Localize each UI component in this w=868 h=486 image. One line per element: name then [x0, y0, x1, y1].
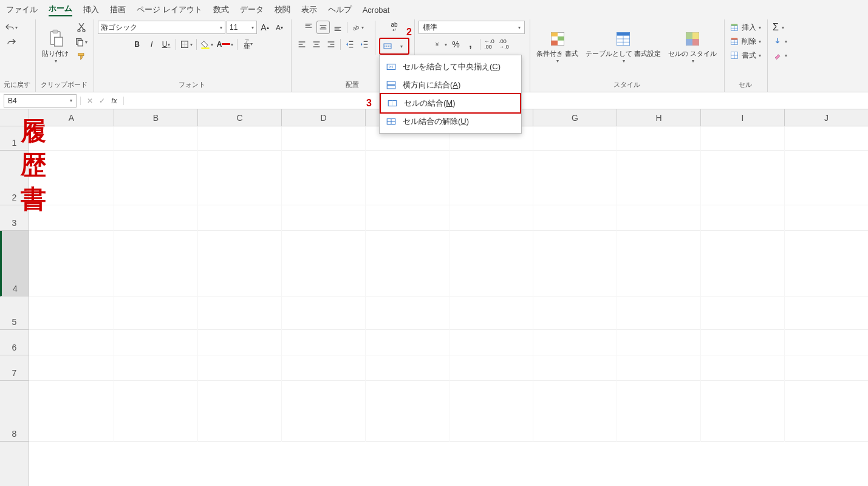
cell-F5[interactable]	[449, 296, 533, 330]
merge-across-item[interactable]: 横方向に結合(A)	[380, 76, 521, 94]
name-box[interactable]: B4▾	[4, 94, 77, 108]
underline-button[interactable]: U▾	[160, 38, 173, 51]
bold-button[interactable]: B	[131, 38, 144, 51]
row-header-5[interactable]: 5	[0, 296, 29, 330]
merge-cells-button[interactable]	[381, 39, 394, 53]
menu-insert[interactable]: 挿入	[83, 4, 99, 15]
fill-color-button[interactable]: ▾	[199, 38, 214, 51]
cell-F4[interactable]	[449, 231, 533, 296]
cell-G5[interactable]	[533, 296, 617, 330]
cell-A7[interactable]	[29, 355, 114, 381]
align-top-button[interactable]	[302, 21, 315, 34]
menu-draw[interactable]: 描画	[110, 4, 126, 15]
cell-E7[interactable]	[366, 355, 449, 381]
cell-D3[interactable]	[282, 205, 366, 231]
cell-F7[interactable]	[449, 355, 533, 381]
decrease-indent-button[interactable]	[343, 38, 357, 51]
column-header-H[interactable]: H	[617, 109, 701, 126]
undo-button[interactable]: ▾	[4, 21, 19, 34]
cell-J8[interactable]	[785, 381, 868, 442]
font-size-combo[interactable]: 11▾	[227, 21, 257, 34]
cell-D8[interactable]	[282, 381, 366, 442]
column-header-I[interactable]: I	[701, 109, 785, 126]
cell-B2[interactable]	[114, 151, 198, 205]
menu-formulas[interactable]: 数式	[213, 4, 229, 15]
cell-H7[interactable]	[617, 355, 701, 381]
cell-J3[interactable]	[785, 205, 868, 231]
row-header-7[interactable]: 7	[0, 355, 29, 381]
merge-center-item[interactable]: セルを結合して中央揃え(C)	[380, 58, 521, 76]
enter-formula-icon[interactable]: ✓	[97, 97, 108, 105]
number-format-combo[interactable]: 標準▾	[419, 21, 525, 34]
cell-D4[interactable]	[282, 231, 366, 296]
cell-F6[interactable]	[449, 330, 533, 355]
align-right-button[interactable]	[324, 38, 338, 51]
comma-button[interactable]: ,	[464, 38, 477, 51]
column-header-J[interactable]: J	[785, 109, 868, 126]
unmerge-cells-item[interactable]: セル結合の解除(U)	[380, 112, 521, 131]
cell-A2[interactable]	[29, 151, 114, 205]
cell-A4[interactable]	[29, 231, 114, 296]
merge-cells-item[interactable]: 3 セルの結合(M)	[380, 93, 521, 114]
row-header-4[interactable]: 4	[0, 231, 29, 296]
redo-button[interactable]	[5, 35, 18, 49]
cell-A8[interactable]	[29, 381, 114, 442]
cell-B7[interactable]	[114, 355, 198, 381]
increase-font-button[interactable]: A▴	[258, 21, 272, 34]
column-header-B[interactable]: B	[114, 109, 198, 126]
cell-I6[interactable]	[701, 330, 785, 355]
cell-B8[interactable]	[114, 381, 198, 442]
cell-I7[interactable]	[701, 355, 785, 381]
menu-help[interactable]: ヘルプ	[328, 4, 352, 15]
autosum-button[interactable]: Σ ▾	[771, 21, 785, 34]
row-header-3[interactable]: 3	[0, 205, 29, 231]
insert-cells-button[interactable]: 挿入 ▾	[728, 21, 762, 34]
cell-I5[interactable]	[701, 296, 785, 330]
cell-I3[interactable]	[701, 205, 785, 231]
cell-I1[interactable]	[701, 126, 785, 151]
format-cells-button[interactable]: 書式 ▾	[728, 49, 762, 62]
cell-B6[interactable]	[114, 330, 198, 355]
cell-J7[interactable]	[785, 355, 868, 381]
cell-C3[interactable]	[198, 205, 282, 231]
align-left-button[interactable]	[295, 38, 309, 51]
cell-C7[interactable]	[198, 355, 282, 381]
cell-G4[interactable]	[533, 231, 617, 296]
cell-H1[interactable]	[617, 126, 701, 151]
column-header-D[interactable]: D	[282, 109, 366, 126]
cell-A6[interactable]	[29, 330, 114, 355]
cell-C8[interactable]	[198, 381, 282, 442]
column-header-G[interactable]: G	[533, 109, 617, 126]
cell-E5[interactable]	[366, 296, 449, 330]
cell-A3[interactable]	[29, 205, 114, 231]
cell-E2[interactable]	[366, 151, 449, 205]
copy-button[interactable]: ▾	[73, 35, 89, 49]
cell-E6[interactable]	[366, 330, 449, 355]
accounting-format-button[interactable]: ¥▾	[433, 38, 448, 51]
cell-C5[interactable]	[198, 296, 282, 330]
cell-I8[interactable]	[701, 381, 785, 442]
cancel-formula-icon[interactable]: ✕	[84, 97, 95, 105]
cell-E3[interactable]	[366, 205, 449, 231]
clear-button[interactable]: ▾	[771, 49, 788, 62]
cell-A5[interactable]	[29, 296, 114, 330]
cell-G8[interactable]	[533, 381, 617, 442]
cell-H4[interactable]	[617, 231, 701, 296]
cell-H6[interactable]	[617, 330, 701, 355]
cell-C1[interactable]	[198, 126, 282, 151]
paste-button[interactable]: 貼り付け ▾	[39, 21, 71, 72]
delete-cells-button[interactable]: 削除 ▾	[728, 35, 762, 48]
font-name-combo[interactable]: 游ゴシック▾	[98, 21, 225, 34]
cell-J6[interactable]	[785, 330, 868, 355]
align-middle-button[interactable]	[316, 21, 330, 34]
decrease-decimal-button[interactable]: .00→.0	[497, 38, 511, 51]
cell-D1[interactable]	[282, 126, 366, 151]
menu-home[interactable]: ホーム	[49, 3, 72, 16]
cell-J4[interactable]	[785, 231, 868, 296]
cell-G6[interactable]	[533, 330, 617, 355]
cell-G3[interactable]	[533, 205, 617, 231]
orientation-button[interactable]: ab▾	[350, 21, 365, 34]
increase-decimal-button[interactable]: ←.0.00	[483, 38, 496, 51]
cell-F2[interactable]	[449, 151, 533, 205]
font-color-button[interactable]: A▾	[216, 38, 235, 51]
